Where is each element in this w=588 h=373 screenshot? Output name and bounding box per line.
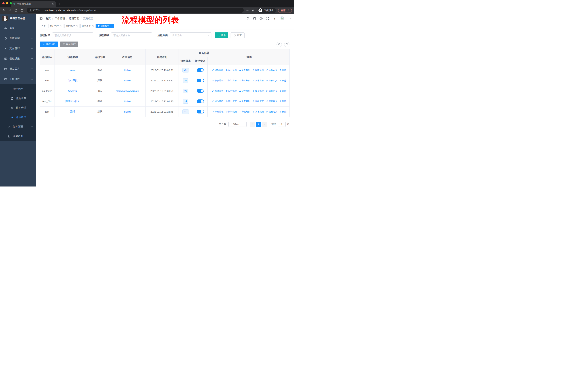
back-button[interactable] [2, 9, 6, 12]
create-process-button[interactable]: 新建流程 [40, 41, 58, 47]
header-search-icon[interactable] [246, 17, 250, 20]
fullscreen-icon[interactable] [266, 17, 269, 20]
design-gear-action[interactable]: 设计流程 [225, 110, 237, 113]
toggle-search-button[interactable] [276, 42, 282, 47]
reload-button[interactable] [14, 9, 18, 12]
form-info-link[interactable]: biubiu [124, 100, 130, 103]
form-info-link[interactable]: biubiu [124, 79, 130, 82]
forward-button[interactable] [8, 9, 12, 12]
pencil-action[interactable]: 修改流程 [212, 90, 223, 92]
window-zoom-button[interactable] [10, 2, 12, 4]
assign-user-action[interactable]: 分配规则 [239, 110, 251, 113]
trash-action[interactable]: 删除 [279, 69, 286, 72]
process-name-link[interactable]: 自己审批 [68, 79, 78, 82]
breadcrumb-item[interactable]: 首页 [46, 17, 51, 20]
sidebar-item-devtools[interactable]: 研发工具 [0, 64, 36, 74]
security-warning-icon[interactable] [29, 9, 32, 12]
new-tab-button[interactable] [58, 2, 61, 5]
bookmark-star-icon[interactable] [252, 9, 255, 12]
tags-view-tag[interactable]: 首页 [40, 24, 47, 28]
tags-view-tag[interactable]: 我的流程 [64, 24, 79, 28]
password-key-icon[interactable] [245, 9, 249, 12]
url-bar[interactable]: 不安全 dashboard.yudao.iocoder.cn/bpm/manag… [27, 8, 244, 13]
paperclip-action[interactable]: 流程定义 [266, 100, 277, 103]
pencil-action[interactable]: 修改流程 [212, 110, 223, 113]
assign-user-action[interactable]: 分配规则 [239, 90, 251, 92]
sidebar-item-system[interactable]: 系统管理 [0, 33, 36, 43]
tag-close-icon[interactable] [110, 25, 113, 27]
assign-user-action[interactable]: 分配规则 [239, 69, 251, 72]
paperclip-action[interactable]: 流程定义 [266, 110, 277, 113]
sidebar-item-process-manage[interactable]: 流程管理 [0, 84, 36, 94]
active-toggle[interactable] [197, 89, 204, 93]
design-gear-action[interactable]: 设计流程 [225, 100, 237, 103]
avatar[interactable] [279, 15, 286, 22]
filter-name-input[interactable] [111, 32, 152, 38]
active-toggle[interactable] [197, 68, 204, 72]
publish-hand-action[interactable]: 发布流程 [252, 100, 264, 103]
filter-key-input[interactable] [52, 32, 93, 38]
import-process-button[interactable]: 导入流程 [60, 41, 78, 47]
trash-action[interactable]: 删除 [279, 79, 286, 82]
publish-hand-action[interactable]: 发布流程 [252, 110, 264, 113]
paperclip-action[interactable]: 流程定义 [266, 90, 277, 92]
goto-page-input[interactable] [278, 122, 286, 127]
sidebar-item-process-model[interactable]: 流程模型 [0, 112, 36, 122]
breadcrumb-item[interactable]: 工作流程 [55, 17, 65, 20]
next-page-button[interactable] [262, 122, 267, 127]
sidebar-item-user-group[interactable]: 用户分组 [0, 103, 36, 112]
process-name-link[interactable]: eeee [70, 69, 75, 71]
sidebar-item-process-form[interactable]: 流程表单 [0, 94, 36, 103]
tag-close-icon[interactable] [92, 25, 94, 27]
font-size-icon[interactable]: TT [273, 17, 276, 20]
update-button[interactable]: 更新 [278, 8, 292, 13]
tags-view-tag[interactable]: 租户管理 [48, 24, 63, 28]
pencil-action[interactable]: 修改流程 [212, 69, 223, 72]
sidebar-item-payment[interactable]: ¥支付管理 [0, 43, 36, 53]
assign-user-action[interactable]: 分配规则 [239, 79, 251, 82]
search-button[interactable]: 搜索 [215, 32, 228, 38]
avatar-caret-icon[interactable] [289, 18, 291, 20]
home-button[interactable] [20, 9, 24, 12]
pencil-action[interactable]: 修改流程 [212, 79, 223, 82]
process-name-link[interactable]: 滔博 [70, 110, 75, 113]
design-gear-action[interactable]: 设计流程 [225, 69, 237, 72]
help-icon[interactable] [259, 17, 263, 20]
prev-page-button[interactable] [250, 122, 255, 127]
sidebar-item-infra[interactable]: 基础设施 [0, 53, 36, 64]
filter-category-select[interactable]: 流程分类 [170, 32, 211, 38]
form-info-link[interactable]: /bpm/oa/leave/create [116, 90, 139, 92]
browser-tab[interactable]: 芋道管理系统 [11, 1, 56, 7]
pencil-action[interactable]: 修改流程 [212, 100, 223, 103]
tab-close-icon[interactable] [52, 3, 54, 5]
process-name-link[interactable]: 测试多审批人 [65, 100, 80, 102]
page-number[interactable]: 1 [256, 122, 261, 127]
publish-hand-action[interactable]: 发布流程 [252, 79, 264, 82]
reset-button[interactable]: 重置 [231, 32, 245, 38]
design-gear-action[interactable]: 设计流程 [225, 90, 237, 92]
app-logo[interactable]: 芋道管理系统 [0, 14, 36, 23]
active-toggle[interactable] [197, 79, 204, 82]
refresh-table-button[interactable] [284, 42, 289, 47]
sidebar-item-home[interactable]: 首页 [0, 23, 36, 33]
tag-close-icon[interactable] [76, 25, 78, 27]
form-info-link[interactable]: biubiu [124, 110, 130, 113]
trash-action[interactable]: 删除 [279, 100, 286, 103]
tags-view-tag[interactable]: 流程模型 [96, 24, 114, 28]
publish-hand-action[interactable]: 发布流程 [252, 90, 264, 92]
trash-action[interactable]: 删除 [279, 90, 286, 92]
sidebar-item-leave-query[interactable]: 请假查询 [0, 131, 36, 141]
publish-hand-action[interactable]: 发布流程 [252, 69, 264, 72]
form-info-link[interactable]: biubiu [124, 69, 130, 71]
tag-close-icon[interactable] [60, 25, 62, 27]
sidebar-item-workflow[interactable]: 工作流程 [0, 74, 36, 84]
paperclip-action[interactable]: 流程定义 [266, 79, 277, 82]
tags-view-tag[interactable]: 流程表单 [80, 24, 95, 28]
active-toggle[interactable] [197, 100, 204, 103]
process-name-link[interactable]: OA 请假 [68, 90, 77, 92]
hamburger-icon[interactable] [39, 17, 43, 20]
window-close-button[interactable] [2, 2, 5, 4]
github-icon[interactable] [253, 17, 256, 20]
browser-menu-icon[interactable] [287, 9, 290, 12]
paperclip-action[interactable]: 流程定义 [266, 69, 277, 72]
